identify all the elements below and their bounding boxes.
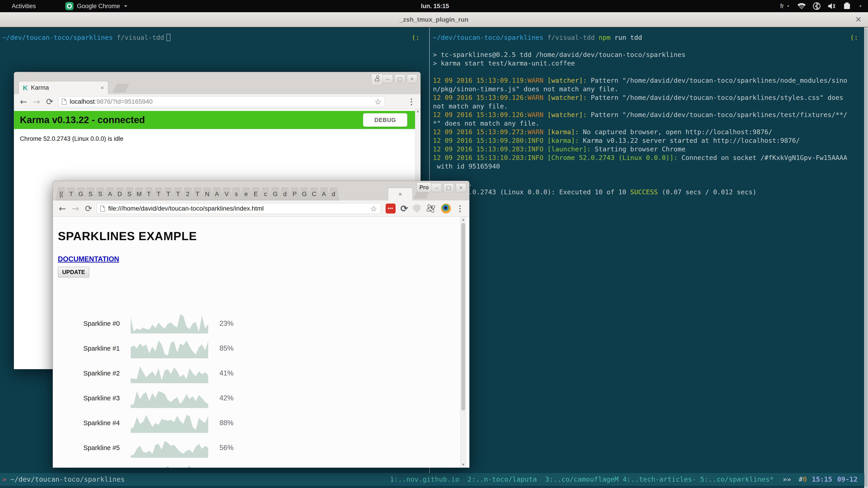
- reload-button[interactable]: ⟳: [46, 97, 53, 107]
- maximize-button[interactable]: ▢: [395, 74, 405, 84]
- clock[interactable]: lun. 15:15: [421, 0, 449, 12]
- tab-strip: [(TGSSADSMTTTT2TNAVseEcGdPGCAd × Pro – ▢…: [53, 181, 469, 200]
- new-tab-button[interactable]: [113, 84, 129, 92]
- browser-tab[interactable]: A: [104, 188, 116, 200]
- scrollbar-thumb[interactable]: [461, 223, 465, 411]
- page-scrollbar[interactable]: ▲ ▼: [460, 217, 466, 468]
- browser-tab[interactable]: G: [75, 188, 87, 200]
- browser-tab[interactable]: P: [289, 188, 301, 200]
- system-tray[interactable]: fr: [780, 0, 863, 12]
- browser-tab[interactable]: D: [114, 188, 125, 200]
- terminal-scrollbar[interactable]: [864, 27, 868, 488]
- terminal-log-line: 12 09 2016 15:13:09.119:WARN [watcher]: …: [433, 76, 861, 85]
- sparklines-page: SPARKLINES EXAMPLE DOCUMENTATION UPDATE …: [53, 217, 469, 468]
- scroll-up-icon[interactable]: ▲: [460, 218, 466, 222]
- browser-tab[interactable]: d: [328, 188, 339, 200]
- browser-tab[interactable]: T: [172, 188, 184, 200]
- activities-button[interactable]: Activities: [12, 3, 36, 10]
- colorful-circle-extension-icon[interactable]: [441, 203, 451, 214]
- browser-tab[interactable]: N: [202, 188, 213, 200]
- browser-tab[interactable]: T: [162, 188, 174, 200]
- keyboard-layout-label: fr: [780, 3, 784, 10]
- prompt-command-args: run tdd: [611, 33, 642, 42]
- browser-tab[interactable]: A: [318, 188, 330, 200]
- update-button[interactable]: UPDATE: [58, 267, 89, 278]
- log-segment: [karma]:: [547, 137, 583, 144]
- tab-sparklines-active[interactable]: ×: [388, 188, 413, 200]
- browser-tab[interactable]: s: [230, 188, 242, 200]
- app-menu[interactable]: Google Chrome: [65, 2, 128, 10]
- browser-tab[interactable]: S: [85, 188, 96, 200]
- tmux-right-pane[interactable]: ~/dev/toucan-toco/sparklines f/visual-td…: [431, 27, 864, 473]
- terminal-close-icon[interactable]: ✕: [855, 15, 862, 24]
- browser-tab[interactable]: d: [279, 188, 291, 200]
- address-bar[interactable]: file:///home/david/dev/toucan-toco/spark…: [97, 203, 381, 214]
- status-session-path: ~/dev/toucan-toco/sparklines: [10, 475, 125, 484]
- browser-tab[interactable]: A: [211, 188, 223, 200]
- maximize-button[interactable]: ▢: [443, 183, 454, 192]
- address-bar[interactable]: localhost :9876/?id=95165940 ☆: [58, 96, 385, 107]
- scroll-up-icon[interactable]: ▲: [416, 109, 420, 113]
- browser-tab[interactable]: E: [250, 188, 261, 200]
- browser-menu-icon[interactable]: ⋮: [407, 97, 415, 106]
- atom-extension-icon[interactable]: [426, 203, 436, 214]
- back-button[interactable]: ←: [20, 97, 27, 107]
- sparkline-list: Sparkline #023%Sparkline #185%Sparkline …: [53, 311, 469, 468]
- browser-tab[interactable]: S: [94, 188, 106, 200]
- sparklines-browser-window[interactable]: [(TGSSADSMTTTT2TNAVseEcGdPGCAd × Pro – ▢…: [53, 181, 469, 468]
- debug-button[interactable]: DEBUG: [363, 113, 407, 127]
- profile-badge[interactable]: Pro: [416, 182, 432, 192]
- volume-muted-icon: [827, 2, 836, 10]
- status-time: 15:15: [812, 475, 832, 484]
- reload-button[interactable]: ⟳: [85, 203, 92, 214]
- sparkline-area-chart: [131, 438, 208, 458]
- browser-tab[interactable]: T: [143, 188, 155, 200]
- terminal-title-bar[interactable]: _zsh_tmux_plugin_run ✕: [0, 12, 868, 27]
- browser-tab[interactable]: S: [124, 188, 135, 200]
- browser-menu-icon[interactable]: ⋮: [456, 204, 464, 213]
- browser-tab[interactable]: T: [192, 188, 203, 200]
- browser-tab[interactable]: M: [133, 188, 145, 200]
- browser-tab[interactable]: c: [260, 188, 271, 200]
- bookmark-star-icon[interactable]: ☆: [370, 204, 377, 213]
- close-button[interactable]: ×: [407, 74, 417, 84]
- minimize-button[interactable]: –: [431, 183, 442, 192]
- back-button[interactable]: ←: [59, 203, 66, 214]
- refresh-extension-icon[interactable]: ⟳: [401, 203, 408, 214]
- browser-tab[interactable]: [(: [56, 188, 67, 200]
- shield-extension-icon[interactable]: [413, 204, 421, 213]
- sparkline-row: Sparkline #023%: [53, 311, 469, 336]
- tab-close-icon[interactable]: ×: [399, 191, 402, 198]
- tab-close-icon[interactable]: ×: [101, 84, 104, 91]
- keyboard-layout-indicator[interactable]: fr: [780, 3, 790, 10]
- browser-tab[interactable]: T: [153, 188, 164, 200]
- browser-tab[interactable]: G: [270, 188, 281, 200]
- log-segment: 12 09 2016 15:13:09.273:: [433, 128, 528, 136]
- tmux-window-list[interactable]: 1:..nov.github.io 2:..n-toco/laputa 3:..…: [390, 475, 774, 484]
- minimize-button[interactable]: –: [382, 74, 393, 84]
- browser-tab[interactable]: T: [65, 188, 77, 200]
- sparkline-value: 42%: [219, 394, 234, 402]
- bookmark-star-icon[interactable]: ☆: [375, 97, 381, 106]
- battery-icon: [843, 2, 852, 10]
- scrollbar-thumb[interactable]: [865, 28, 868, 487]
- sparkline-area-chart: [131, 363, 208, 383]
- profile-button[interactable]: [371, 74, 383, 86]
- browser-tab[interactable]: C: [308, 188, 320, 200]
- documentation-link[interactable]: DOCUMENTATION: [58, 255, 119, 263]
- forward-button[interactable]: →: [33, 97, 40, 107]
- window-controls: – ▢ ×: [382, 74, 417, 84]
- browser-tab[interactable]: 2: [182, 188, 193, 200]
- log-segment: (0.07 secs / 0.012 secs): [662, 188, 756, 196]
- scroll-down-icon[interactable]: ▼: [460, 463, 466, 467]
- browser-tab[interactable]: e: [240, 188, 252, 200]
- log-segment: WARN: [528, 94, 547, 101]
- browser-tab[interactable]: G: [299, 188, 310, 200]
- chevron-down-icon: [860, 5, 862, 7]
- forward-button[interactable]: →: [72, 203, 79, 214]
- app-menu-label: Google Chrome: [77, 3, 120, 10]
- lastpass-extension-icon[interactable]: •••: [385, 203, 396, 214]
- browser-tab[interactable]: V: [221, 188, 232, 200]
- tab-karma[interactable]: K Karma ×: [19, 81, 108, 94]
- close-button[interactable]: ×: [456, 183, 466, 192]
